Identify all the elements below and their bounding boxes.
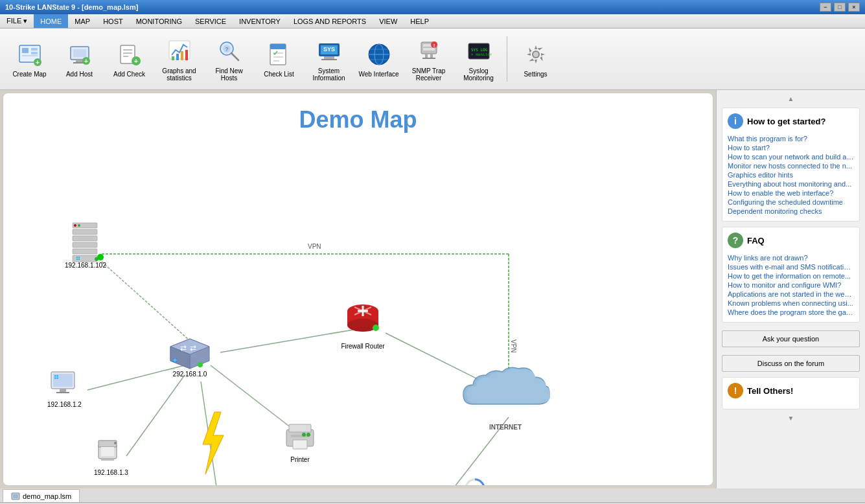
svg-text:⇄: ⇄ <box>180 343 187 352</box>
menu-logs[interactable]: LOGS AND REPORTS <box>287 14 373 28</box>
link-graphics-editor[interactable]: Graphics editor hints <box>728 170 854 179</box>
snmp-trap-icon: ! <box>415 37 443 65</box>
faq-header: ? FAQ <box>728 233 854 248</box>
create-map-button[interactable]: + Create Map <box>5 32 54 86</box>
app-title: 10-Strike LANState 9 - [demo_map.lsm] <box>5 3 138 11</box>
svg-rect-117 <box>291 435 309 437</box>
menu-home[interactable]: HOME <box>34 14 68 28</box>
svg-rect-71 <box>73 229 97 235</box>
syslog-button[interactable]: SYS LOG > monitor Syslog Monitoring <box>454 32 503 86</box>
faq-link-known-problems[interactable]: Known problems when connecting usi... <box>728 299 854 308</box>
gauge-hdd: 0% Hard disk usage, % <box>463 475 547 486</box>
menu-service[interactable]: SERVICE <box>189 14 233 28</box>
map-canvas[interactable]: Demo Map VPN VPN <box>3 93 713 486</box>
system-info-icon: SYS <box>315 37 343 65</box>
menu-monitoring[interactable]: MONITORING <box>130 14 189 28</box>
svg-rect-115 <box>289 424 311 432</box>
svg-rect-142 <box>13 494 18 498</box>
host1-icon <box>48 369 80 401</box>
close-button[interactable]: × <box>848 3 860 12</box>
switch-node[interactable]: ⇄ ⇄ 292.168.1.0 <box>164 332 216 378</box>
menu-view[interactable]: VIEW <box>373 14 404 28</box>
syslog-icon: SYS LOG > monitor <box>465 37 493 65</box>
find-hosts-button[interactable]: ? Find New Hosts <box>205 32 253 86</box>
tab-label: demo_map.lsm <box>23 492 71 500</box>
tell-others-section: ! Tell Others! <box>722 377 860 409</box>
ask-question-button[interactable]: Ask your question <box>722 330 860 347</box>
faq-link-wmi[interactable]: How to monitor and configure WMI? <box>728 281 854 290</box>
snmp-trap-button[interactable]: ! SNMP Trap Receiver <box>404 32 453 86</box>
svg-text:!: ! <box>433 43 435 49</box>
web-interface-button[interactable]: Web Interface <box>354 32 403 86</box>
svg-rect-22 <box>181 51 183 60</box>
host2-label: 192.168.1.3 <box>94 469 128 476</box>
svg-rect-72 <box>73 236 97 241</box>
svg-line-26 <box>231 53 238 60</box>
system-info-label: System Information <box>306 67 351 82</box>
link-what-is-this[interactable]: What this program is for? <box>728 134 854 143</box>
host1-label: 192.168.1.2 <box>47 401 82 408</box>
link-dependent-monitoring[interactable]: Dependent monitoring checks <box>728 207 854 216</box>
graphs-label: Graphs and statistics <box>157 67 202 82</box>
svg-text:+: + <box>36 59 40 66</box>
add-check-button[interactable]: + Add Check <box>105 32 154 86</box>
svg-text:> monitor: > monitor <box>471 52 492 56</box>
window-controls: − □ × <box>820 3 860 12</box>
checklist-button[interactable]: Check List <box>255 32 303 86</box>
svg-text:⇄: ⇄ <box>190 343 196 352</box>
settings-button[interactable]: Settings <box>511 32 560 86</box>
menu-help[interactable]: HELP <box>404 14 435 28</box>
server-icon <box>66 223 105 262</box>
faq-link-web-apps[interactable]: Applications are not started in the web.… <box>728 290 854 299</box>
svg-text:SYS: SYS <box>323 46 334 52</box>
switch-icon: ⇄ ⇄ <box>164 332 216 371</box>
toolbar: + Create Map + Add Host <box>0 29 865 90</box>
svg-rect-36 <box>321 59 337 60</box>
link-monitor-hosts[interactable]: Monitor new hosts connected to the n... <box>728 161 854 170</box>
menu-map[interactable]: MAP <box>68 14 97 28</box>
svg-rect-98 <box>101 447 114 456</box>
svg-text:SYS LOG: SYS LOG <box>471 47 488 52</box>
svg-text:VPN: VPN <box>510 339 517 353</box>
firewall-node[interactable]: Firewall Router <box>340 297 386 350</box>
scroll-down-indicator: ▼ <box>722 415 860 422</box>
svg-point-118 <box>306 433 310 437</box>
internet-node[interactable]: INTERNET <box>454 359 557 431</box>
create-map-label: Create Map <box>12 71 46 78</box>
svg-marker-113 <box>203 412 224 474</box>
maximize-button[interactable]: □ <box>834 3 846 12</box>
svg-rect-97 <box>98 441 117 447</box>
svg-point-69 <box>74 224 76 227</box>
system-info-button[interactable]: SYS System Information <box>305 32 353 86</box>
svg-point-127 <box>373 325 379 331</box>
host1-node[interactable]: 192.168.1.2 <box>47 369 82 408</box>
host2-node[interactable]: 192.168.1.3 <box>94 437 128 476</box>
link-scheduled-downtime[interactable]: Configuring the scheduled downtime <box>728 198 854 207</box>
link-web-interface[interactable]: How to enable the web interface? <box>728 189 854 198</box>
server-node[interactable]: 192.168.1.102 <box>65 223 106 269</box>
svg-rect-29 <box>270 44 286 49</box>
graphs-button[interactable]: Graphs and statistics <box>155 32 203 86</box>
map-tab[interactable]: demo_map.lsm <box>3 489 80 502</box>
menu-file[interactable]: FILE ▾ <box>0 14 34 28</box>
svg-rect-21 <box>176 54 179 60</box>
menu-host[interactable]: HOST <box>97 14 130 28</box>
link-scan-network[interactable]: How to scan your network and build a ... <box>728 152 854 161</box>
faq-link-remote-info[interactable]: How to get the information on remote... <box>728 271 854 281</box>
link-host-monitoring[interactable]: Everything about host monitoring and... <box>728 179 854 189</box>
faq-link-email-sms[interactable]: Issues with e-mail and SMS notifications <box>728 262 854 271</box>
add-host-button[interactable]: + Add Host <box>55 32 104 86</box>
faq-link-store[interactable]: Where does the program store the gat... <box>728 308 854 317</box>
scroll-up-indicator: ▲ <box>722 95 860 102</box>
faq-link-links[interactable]: Why links are not drawn? <box>728 253 854 262</box>
menu-inventory[interactable]: INVENTORY <box>233 14 287 28</box>
printer-node[interactable]: Printer <box>281 417 319 463</box>
svg-line-58 <box>126 375 185 456</box>
main-area: Demo Map VPN VPN <box>0 90 865 488</box>
svg-rect-35 <box>324 56 334 59</box>
minimize-button[interactable]: − <box>820 3 831 12</box>
add-host-label: Add Host <box>66 71 93 78</box>
svg-rect-47 <box>430 54 433 58</box>
discuss-forum-button[interactable]: Discuss on the forum <box>722 355 860 372</box>
link-how-to-start[interactable]: How to start? <box>728 143 854 152</box>
